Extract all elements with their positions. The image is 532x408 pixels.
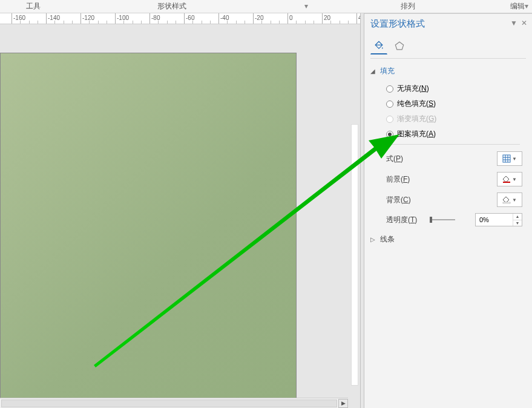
ruler-tick: -160 — [11, 13, 12, 24]
transparency-spinner[interactable]: 0% ▲ ▼ — [475, 213, 522, 226]
transparency-label: 透明度(T) — [386, 215, 425, 225]
panel-menu-icon[interactable]: ▼ — [510, 19, 517, 27]
radio-pattern-fill[interactable]: 图案填充(A) — [386, 127, 526, 142]
selected-shape[interactable] — [0, 53, 297, 399]
pentagon-icon — [393, 40, 406, 52]
line-section: ▷ 线条 — [364, 231, 532, 248]
dropdown-icon[interactable]: ▾ — [304, 2, 309, 12]
radio-label: 纯色填充(S) — [397, 99, 436, 109]
chevron-down-icon: ▼ — [512, 156, 517, 162]
pattern-style-picker[interactable]: ▼ — [497, 151, 522, 166]
collapse-icon: ◢ — [370, 68, 378, 74]
format-shape-panel: 设置形状格式 ▼ ✕ ◢ 填充 无填充(N) 纯色填充(S) — [364, 13, 532, 408]
svg-rect-5 — [503, 182, 510, 183]
radio-solid-fill[interactable]: 纯色填充(S) — [386, 96, 526, 111]
radio-gradient-fill: 渐变填充(G) — [386, 111, 526, 127]
dropdown-icon[interactable]: ▾ — [525, 2, 530, 12]
fill-line-tab[interactable] — [370, 38, 387, 54]
transparency-value[interactable]: 0% — [476, 214, 513, 226]
paint-bucket-icon — [373, 40, 385, 52]
transparency-slider[interactable] — [430, 216, 455, 224]
effects-tab[interactable] — [391, 38, 408, 54]
svg-rect-0 — [503, 155, 510, 162]
slider-track — [430, 219, 455, 220]
vertical-divider[interactable] — [360, 13, 364, 408]
panel-tabs — [364, 34, 532, 58]
ruler-tick: -100 — [115, 13, 116, 24]
foreground-row: 前景(F) ▼ — [370, 169, 526, 189]
background-row: 背景(C) ▼ — [370, 189, 526, 210]
panel-title: 设置形状格式 — [370, 18, 425, 30]
radio-label: 图案填充(A) — [397, 129, 436, 139]
horizontal-scrollbar[interactable]: ▶ — [0, 398, 348, 408]
menu-tools[interactable]: 工具 — [21, 1, 45, 12]
pattern-grid-icon — [502, 154, 511, 163]
scroll-right-button[interactable]: ▶ — [338, 399, 348, 408]
chevron-down-icon: ▼ — [512, 197, 517, 203]
paint-bucket-icon — [502, 196, 511, 204]
radio-label: 无填充(N) — [397, 84, 429, 94]
radio-icon — [386, 131, 393, 138]
ruler-tick: -80 — [149, 13, 150, 24]
line-section-label: 线条 — [380, 234, 395, 245]
background-label: 背景(C) — [386, 195, 422, 205]
svg-rect-6 — [503, 202, 510, 203]
ruler-tick: -120 — [80, 13, 81, 24]
foreground-color-picker[interactable]: ▼ — [497, 172, 522, 186]
fill-section: ◢ 填充 无填充(N) 纯色填充(S) 渐变填充(G) 图案填充(A) — [364, 62, 532, 231]
radio-label: 渐变填充(G) — [397, 114, 436, 124]
scrollbar-thumb[interactable] — [2, 400, 337, 407]
chevron-down-icon: ▼ — [512, 177, 517, 182]
expand-icon: ▷ — [370, 236, 378, 243]
menu-shape-style[interactable]: 形状样式 — [153, 1, 191, 12]
radio-icon — [386, 85, 393, 93]
scrollbar-track[interactable] — [1, 400, 337, 407]
ruler-tick: -140 — [46, 13, 47, 24]
horizontal-ruler: -160-140-120-100-80-60-40-2002040 — [0, 13, 360, 24]
fill-section-header[interactable]: ◢ 填充 — [370, 64, 526, 79]
ruler-tick: -60 — [184, 13, 185, 24]
spinner-down-button[interactable]: ▼ — [513, 220, 522, 226]
close-icon[interactable]: ✕ — [521, 19, 527, 27]
spinner-up-button[interactable]: ▲ — [513, 214, 522, 220]
ruler-tick: 40 — [356, 13, 357, 24]
radio-icon — [386, 100, 393, 108]
divider — [376, 144, 520, 145]
radio-no-fill[interactable]: 无填充(N) — [386, 81, 526, 96]
foreground-label: 前景(F) — [386, 174, 422, 185]
menu-arrange[interactable]: 排列 — [396, 1, 420, 12]
page-edge — [351, 124, 358, 386]
ruler-tick: -40 — [218, 13, 219, 24]
pattern-style-row: 式(P) ▼ — [370, 148, 526, 169]
ruler-tick: 0 — [287, 13, 288, 24]
pattern-style-label: 式(P) — [386, 154, 422, 164]
fill-radio-group: 无填充(N) 纯色填充(S) 渐变填充(G) 图案填充(A) — [370, 79, 526, 144]
canvas-area: -160-140-120-100-80-60-40-2002040 ▶ — [0, 13, 360, 408]
slider-thumb[interactable] — [430, 217, 432, 223]
transparency-row: 透明度(T) 0% ▲ ▼ — [370, 210, 526, 229]
background-color-picker[interactable]: ▼ — [497, 192, 522, 207]
fill-section-label: 填充 — [380, 66, 395, 76]
radio-icon — [386, 116, 393, 123]
divider — [370, 58, 526, 59]
line-section-header[interactable]: ▷ 线条 — [370, 232, 526, 247]
ruler-tick: -20 — [253, 13, 254, 24]
panel-header: 设置形状格式 ▼ ✕ — [364, 14, 532, 34]
menubar: 工具 形状样式 ▾ 排列 编辑 ▾ — [0, 0, 532, 13]
paint-bucket-icon — [502, 175, 511, 183]
ruler-tick: 20 — [322, 13, 323, 24]
